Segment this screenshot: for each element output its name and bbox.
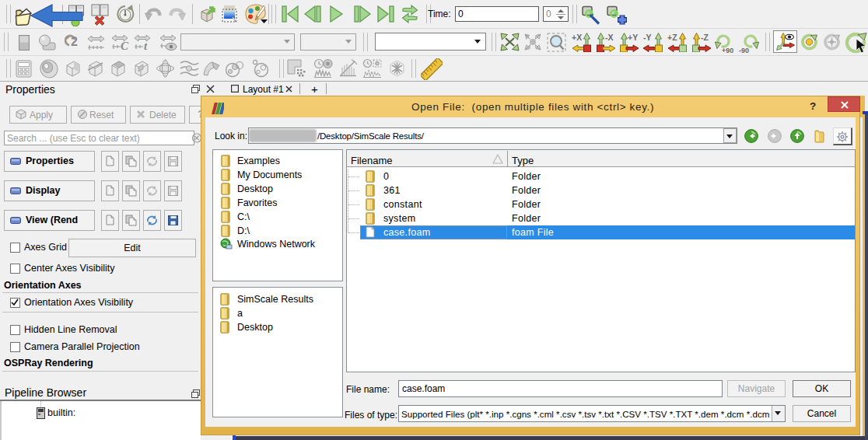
svg-text:+90: +90	[722, 47, 733, 54]
svg-text:-Y: -Y	[643, 33, 652, 42]
svg-text:-90: -90	[739, 47, 749, 54]
svg-text:+X: +X	[572, 33, 582, 42]
svg-text:-Z: -Z	[701, 33, 709, 42]
svg-text:+Y: +Y	[628, 33, 638, 42]
svg-text:C: C	[121, 40, 129, 51]
svg-text:2: 2	[71, 35, 78, 48]
svg-text:+Z: +Z	[667, 33, 677, 42]
svg-text:t: t	[144, 40, 148, 51]
svg-text:-X: -X	[605, 33, 614, 42]
